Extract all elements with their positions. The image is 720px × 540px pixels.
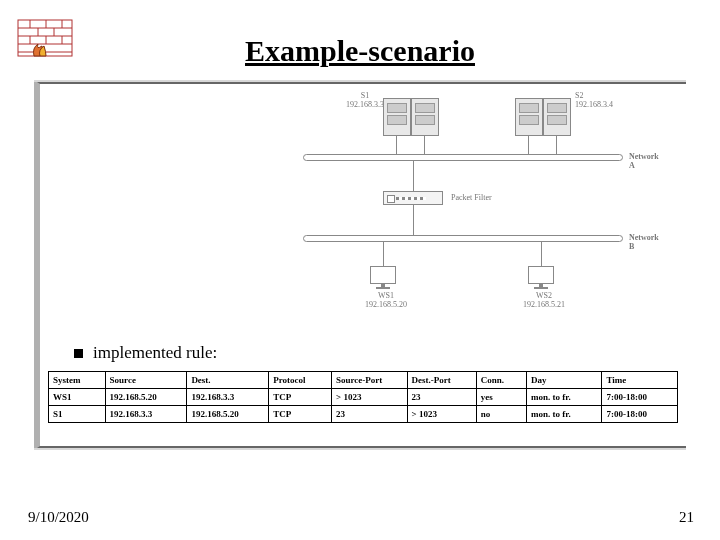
ws2-label: WS2192.168.5.21 bbox=[519, 292, 569, 310]
bullet-text: implemented rule: bbox=[93, 343, 217, 363]
wire bbox=[541, 242, 542, 266]
footer-page: 21 bbox=[679, 509, 694, 526]
wire bbox=[556, 136, 557, 154]
wire bbox=[383, 242, 384, 266]
server-s1b-icon bbox=[411, 98, 439, 136]
th-dest: Dest. bbox=[187, 372, 269, 389]
packet-filter-label: Packet Filter bbox=[451, 193, 492, 202]
content-frame: S1192.168.3.3 S2192.168.3.4 Network A Pa… bbox=[34, 80, 686, 450]
server-s1-icon bbox=[383, 98, 411, 136]
th-protocol: Protocol bbox=[269, 372, 332, 389]
wire bbox=[528, 136, 529, 154]
wire bbox=[396, 136, 397, 154]
wire bbox=[424, 136, 425, 154]
th-srcport: Source-Port bbox=[332, 372, 407, 389]
table-row: S1 192.168.3.3 192.168.5.20 TCP 23 > 102… bbox=[49, 406, 678, 423]
wire bbox=[413, 205, 414, 235]
wire bbox=[413, 161, 414, 191]
network-b-bus bbox=[303, 235, 623, 242]
square-bullet-icon bbox=[74, 349, 83, 358]
firewall-logo bbox=[16, 18, 74, 60]
th-system: System bbox=[49, 372, 106, 389]
footer-date: 9/10/2020 bbox=[28, 509, 89, 526]
th-source: Source bbox=[105, 372, 187, 389]
packet-filter-icon bbox=[383, 191, 443, 205]
table-row: WS1 192.168.5.20 192.168.3.3 TCP > 1023 … bbox=[49, 389, 678, 406]
th-day: Day bbox=[527, 372, 602, 389]
network-a-bus bbox=[303, 154, 623, 161]
s1-label: S1192.168.3.3 bbox=[345, 92, 385, 110]
th-time: Time bbox=[602, 372, 678, 389]
network-b-label: Network B bbox=[629, 233, 659, 251]
table-header-row: System Source Dest. Protocol Source-Port… bbox=[49, 372, 678, 389]
network-diagram: S1192.168.3.3 S2192.168.3.4 Network A Pa… bbox=[83, 94, 643, 339]
ws2-icon bbox=[526, 266, 556, 292]
network-a-label: Network A bbox=[629, 152, 659, 170]
s2-label: S2192.168.3.4 bbox=[575, 92, 625, 110]
th-dstport: Dest.-Port bbox=[407, 372, 476, 389]
server-s2-icon bbox=[515, 98, 543, 136]
th-conn: Conn. bbox=[476, 372, 526, 389]
ws1-icon bbox=[368, 266, 398, 292]
slide-title: Example-scenario bbox=[0, 34, 720, 68]
server-s2b-icon bbox=[543, 98, 571, 136]
rules-table: System Source Dest. Protocol Source-Port… bbox=[48, 371, 678, 423]
bullet-row: implemented rule: bbox=[74, 343, 678, 363]
ws1-label: WS1192.168.5.20 bbox=[361, 292, 411, 310]
